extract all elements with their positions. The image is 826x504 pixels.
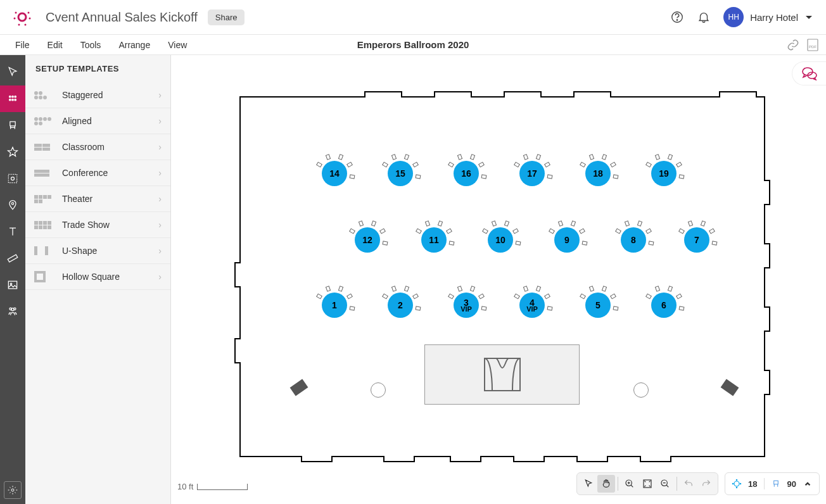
template-aligned[interactable]: Aligned › xyxy=(25,108,170,134)
rail-text[interactable] xyxy=(0,218,25,245)
table-count: 18 xyxy=(748,479,757,489)
rail-settings[interactable] xyxy=(4,481,22,499)
menu-edit[interactable]: Edit xyxy=(39,40,72,50)
chevron-right-icon: › xyxy=(158,168,162,178)
tool-zoom-fit[interactable] xyxy=(639,475,656,493)
table[interactable]: 7 xyxy=(684,227,709,253)
chat-button[interactable] xyxy=(792,61,826,85)
chevron-right-icon: › xyxy=(158,194,162,204)
template-classroom[interactable]: Classroom › xyxy=(25,134,170,160)
rail-image[interactable] xyxy=(0,272,25,298)
user-avatar[interactable]: HH xyxy=(723,7,744,27)
share-button[interactable]: Share xyxy=(208,9,245,25)
stage[interactable] xyxy=(424,344,580,405)
tool-pan[interactable] xyxy=(597,475,615,493)
chevron-right-icon: › xyxy=(158,220,162,230)
table[interactable]: 5 xyxy=(585,293,611,318)
tool-undo[interactable] xyxy=(680,475,697,493)
table[interactable]: 9 xyxy=(554,227,580,253)
rail-people[interactable] xyxy=(0,298,25,325)
table[interactable]: 4VIP xyxy=(519,293,545,318)
chair-count: 90 xyxy=(787,479,796,489)
table-group[interactable]: 11 xyxy=(421,227,447,253)
main-area: SETUP TEMPLATES Staggered › Aligned › Cl… xyxy=(0,55,826,504)
svg-point-38 xyxy=(740,483,740,484)
canvas[interactable]: 141516171819121110987123VIP4VIP56 10 ft … xyxy=(171,55,826,504)
conference-icon xyxy=(34,167,54,179)
tool-pointer[interactable] xyxy=(580,475,597,493)
table[interactable]: 14 xyxy=(322,161,347,186)
menu-arrange[interactable]: Arrange xyxy=(110,40,159,50)
svg-point-5 xyxy=(18,24,20,26)
template-u-shape[interactable]: U-Shape › xyxy=(25,238,170,264)
tool-rail xyxy=(0,55,25,504)
table[interactable]: 2 xyxy=(388,293,413,318)
menu-view[interactable]: View xyxy=(159,40,196,50)
table-group[interactable]: 9 xyxy=(554,227,580,253)
table-group[interactable]: 2 xyxy=(388,293,413,318)
template-conference[interactable]: Conference › xyxy=(25,160,170,186)
tool-redo[interactable] xyxy=(697,475,715,493)
floorplan[interactable]: 141516171819121110987123VIP4VIP56 xyxy=(239,96,765,457)
table-group[interactable]: 14 xyxy=(322,161,347,186)
template-staggered[interactable]: Staggered › xyxy=(25,82,170,108)
link-icon[interactable] xyxy=(787,39,799,51)
table-group[interactable]: 7 xyxy=(684,227,709,253)
table[interactable]: 19 xyxy=(651,161,677,186)
rail-pointer[interactable] xyxy=(0,59,25,85)
table[interactable]: 17 xyxy=(519,161,545,186)
svg-point-19 xyxy=(11,177,15,180)
svg-rect-18 xyxy=(8,174,16,182)
pdf-icon[interactable]: PDF xyxy=(807,39,818,51)
menu-file[interactable]: File xyxy=(6,40,39,50)
table[interactable]: 11 xyxy=(421,227,447,253)
table[interactable]: 12 xyxy=(355,227,380,253)
table-group[interactable]: 1 xyxy=(322,293,347,318)
table-group[interactable]: 19 xyxy=(651,161,677,186)
object-marker[interactable] xyxy=(371,382,386,398)
template-hollow-square[interactable]: Hollow Square › xyxy=(25,264,170,290)
scale-indicator: 10 ft xyxy=(177,482,248,491)
bell-icon[interactable] xyxy=(697,10,711,24)
table-group[interactable]: 12 xyxy=(355,227,380,253)
speaker-left[interactable] xyxy=(290,379,308,396)
table[interactable]: 6 xyxy=(651,293,677,318)
table-group[interactable]: 17 xyxy=(519,161,545,186)
table-group[interactable]: 6 xyxy=(651,293,677,318)
table[interactable]: 16 xyxy=(454,161,479,186)
table-group[interactable]: 16 xyxy=(454,161,479,186)
rail-measure[interactable] xyxy=(0,245,25,272)
counts-chevron-icon[interactable] xyxy=(803,479,813,489)
table[interactable]: 3VIP xyxy=(454,293,479,318)
rail-select-area[interactable] xyxy=(0,165,25,192)
rail-favorites[interactable] xyxy=(0,139,25,165)
user-name: Harry Hotel xyxy=(750,12,798,23)
menu-tools[interactable]: Tools xyxy=(72,40,110,50)
template-trade-show[interactable]: Trade Show › xyxy=(25,212,170,238)
template-label: Theater xyxy=(62,194,92,204)
table-group[interactable]: 8 xyxy=(621,227,646,253)
help-icon[interactable] xyxy=(670,10,684,24)
tool-zoom-in[interactable] xyxy=(621,475,639,493)
table-group[interactable]: 3VIP xyxy=(454,293,479,318)
speaker-right[interactable] xyxy=(721,379,739,396)
rail-chair[interactable] xyxy=(0,112,25,139)
tool-zoom-out[interactable] xyxy=(656,475,674,493)
svg-point-11 xyxy=(10,96,11,98)
rail-tables[interactable] xyxy=(0,85,25,112)
object-marker[interactable] xyxy=(633,382,649,398)
table[interactable]: 10 xyxy=(488,227,513,253)
svg-point-14 xyxy=(10,99,11,101)
rail-location[interactable] xyxy=(0,192,25,218)
table[interactable]: 15 xyxy=(388,161,413,186)
table-group[interactable]: 5 xyxy=(585,293,611,318)
table[interactable]: 8 xyxy=(621,227,646,253)
table-group[interactable]: 4VIP xyxy=(519,293,545,318)
template-theater[interactable]: Theater › xyxy=(25,186,170,212)
table[interactable]: 1 xyxy=(322,293,347,318)
table[interactable]: 18 xyxy=(585,161,611,186)
table-group[interactable]: 18 xyxy=(585,161,611,186)
table-group[interactable]: 10 xyxy=(488,227,513,253)
user-menu-chevron-icon[interactable] xyxy=(804,13,813,22)
table-group[interactable]: 15 xyxy=(388,161,413,186)
